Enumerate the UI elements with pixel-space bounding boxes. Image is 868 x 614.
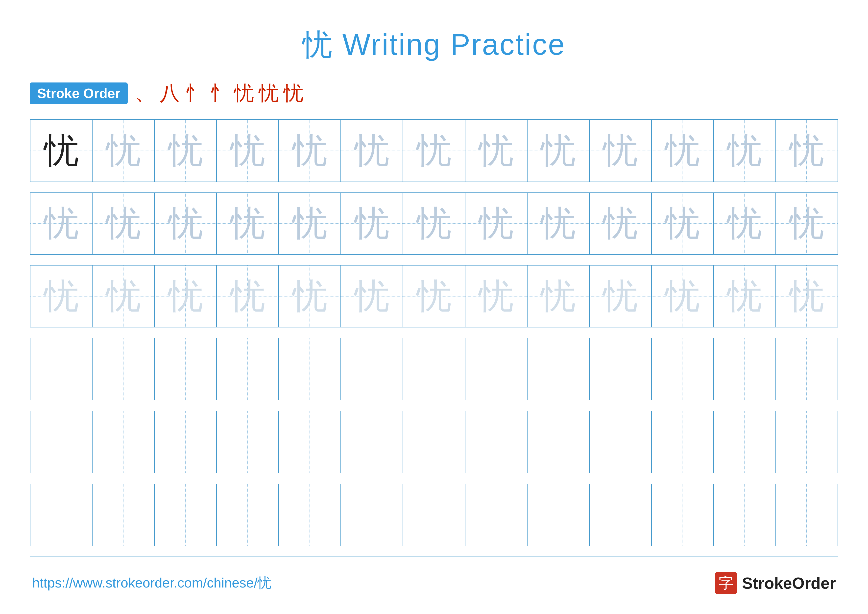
grid-cell-r5c3[interactable] xyxy=(154,411,217,473)
grid-cell-r4c7[interactable] xyxy=(403,338,465,400)
grid-cell-r6c2[interactable] xyxy=(92,484,154,546)
grid-cell-r4c2[interactable] xyxy=(92,338,154,400)
char-display: 忧 xyxy=(168,273,203,320)
grid-cell-r3c5[interactable]: 忧 xyxy=(279,265,341,328)
grid-cell-r3c13[interactable]: 忧 xyxy=(776,265,838,328)
grid-cell-r4c13[interactable] xyxy=(776,338,838,400)
grid-cell-r3c7[interactable]: 忧 xyxy=(403,265,465,328)
grid-cell-r5c12[interactable] xyxy=(714,411,776,473)
char-display: 忧 xyxy=(417,127,451,174)
grid-cell-r5c4[interactable] xyxy=(217,411,279,473)
grid-cell-r2c6[interactable]: 忧 xyxy=(341,193,403,255)
footer: https://www.strokeorder.com/chinese/忧 字 … xyxy=(30,572,838,594)
grid-cell-r5c8[interactable] xyxy=(465,411,527,473)
grid-cell-r2c1[interactable]: 忧 xyxy=(30,193,92,255)
char-display: 忧 xyxy=(727,273,762,320)
grid-cell-r4c3[interactable] xyxy=(154,338,217,400)
char-display: 忧 xyxy=(603,200,638,247)
grid-cell-r2c2[interactable]: 忧 xyxy=(92,193,154,255)
grid-cell-r5c10[interactable] xyxy=(589,411,651,473)
grid-cell-r1c9[interactable]: 忧 xyxy=(527,120,589,182)
grid-cell-r5c7[interactable] xyxy=(403,411,465,473)
grid-cell-r5c11[interactable] xyxy=(651,411,714,473)
grid-cell-r3c6[interactable]: 忧 xyxy=(341,265,403,328)
grid-cell-r6c3[interactable] xyxy=(154,484,217,546)
grid-cell-r1c12[interactable]: 忧 xyxy=(714,120,776,182)
char-display: 忧 xyxy=(417,200,451,247)
char-display: 忧 xyxy=(230,200,265,247)
grid-cell-r1c7[interactable]: 忧 xyxy=(403,120,465,182)
grid-cell-r6c11[interactable] xyxy=(651,484,714,546)
grid-cell-r3c3[interactable]: 忧 xyxy=(154,265,217,328)
grid-cell-r1c4[interactable]: 忧 xyxy=(217,120,279,182)
grid-cell-r6c7[interactable] xyxy=(403,484,465,546)
grid-cell-r4c4[interactable] xyxy=(217,338,279,400)
grid-cell-r1c13[interactable]: 忧 xyxy=(776,120,838,182)
grid-cell-r4c5[interactable] xyxy=(279,338,341,400)
char-display: 忧 xyxy=(541,273,575,320)
grid-cell-r1c10[interactable]: 忧 xyxy=(589,120,651,182)
grid-cell-r3c1[interactable]: 忧 xyxy=(30,265,92,328)
grid-cell-r2c11[interactable]: 忧 xyxy=(651,193,714,255)
grid-cell-r2c3[interactable]: 忧 xyxy=(154,193,217,255)
grid-cell-r5c2[interactable] xyxy=(92,411,154,473)
grid-cell-r1c6[interactable]: 忧 xyxy=(341,120,403,182)
grid-cell-r4c10[interactable] xyxy=(589,338,651,400)
grid-cell-r6c6[interactable] xyxy=(341,484,403,546)
grid-cell-r4c8[interactable] xyxy=(465,338,527,400)
grid-cell-r6c1[interactable] xyxy=(30,484,92,546)
footer-url[interactable]: https://www.strokeorder.com/chinese/忧 xyxy=(32,574,271,592)
stroke-7: 忧 xyxy=(284,80,303,107)
grid-cell-r1c1[interactable]: 忧 xyxy=(30,120,92,182)
grid-cell-r6c10[interactable] xyxy=(589,484,651,546)
grid-cell-r1c2[interactable]: 忧 xyxy=(92,120,154,182)
grid-cell-r5c6[interactable] xyxy=(341,411,403,473)
char-display: 忧 xyxy=(230,127,265,174)
char-display: 忧 xyxy=(168,127,203,174)
char-display: 忧 xyxy=(293,127,327,174)
grid-cell-r2c9[interactable]: 忧 xyxy=(527,193,589,255)
grid-cell-r2c8[interactable]: 忧 xyxy=(465,193,527,255)
grid-cell-r3c10[interactable]: 忧 xyxy=(589,265,651,328)
char-display: 忧 xyxy=(106,200,141,247)
grid-cell-r2c12[interactable]: 忧 xyxy=(714,193,776,255)
grid-cell-r6c12[interactable] xyxy=(714,484,776,546)
grid-cell-r6c9[interactable] xyxy=(527,484,589,546)
grid-cell-r2c4[interactable]: 忧 xyxy=(217,193,279,255)
grid-cell-r3c2[interactable]: 忧 xyxy=(92,265,154,328)
grid-cell-r5c1[interactable] xyxy=(30,411,92,473)
char-display: 忧 xyxy=(479,127,513,174)
grid-cell-r3c12[interactable]: 忧 xyxy=(714,265,776,328)
grid-cell-r5c13[interactable] xyxy=(776,411,838,473)
grid-cell-r1c11[interactable]: 忧 xyxy=(651,120,714,182)
grid-cell-r4c9[interactable] xyxy=(527,338,589,400)
grid-cell-r1c5[interactable]: 忧 xyxy=(279,120,341,182)
grid-cell-r6c13[interactable] xyxy=(776,484,838,546)
grid-cell-r3c11[interactable]: 忧 xyxy=(651,265,714,328)
grid-cell-r4c11[interactable] xyxy=(651,338,714,400)
grid-cell-r3c8[interactable]: 忧 xyxy=(465,265,527,328)
grid-cell-r3c9[interactable]: 忧 xyxy=(527,265,589,328)
grid-cell-r4c12[interactable] xyxy=(714,338,776,400)
grid-cell-r1c3[interactable]: 忧 xyxy=(154,120,217,182)
grid-cell-r6c4[interactable] xyxy=(217,484,279,546)
char-display: 忧 xyxy=(479,273,513,320)
char-display: 忧 xyxy=(417,273,451,320)
grid-cell-r5c5[interactable] xyxy=(279,411,341,473)
grid-cell-r6c8[interactable] xyxy=(465,484,527,546)
grid-cell-r1c8[interactable]: 忧 xyxy=(465,120,527,182)
title-english: Writing Practice xyxy=(333,28,566,61)
char-display: 忧 xyxy=(230,273,265,320)
grid-cell-r6c5[interactable] xyxy=(279,484,341,546)
char-display: 忧 xyxy=(44,200,79,247)
grid-cell-r3c4[interactable]: 忧 xyxy=(217,265,279,328)
grid-cell-r2c10[interactable]: 忧 xyxy=(589,193,651,255)
grid-cell-r4c1[interactable] xyxy=(30,338,92,400)
logo-name: StrokeOrder xyxy=(742,574,836,592)
grid-cell-r2c13[interactable]: 忧 xyxy=(776,193,838,255)
grid-cell-r2c5[interactable]: 忧 xyxy=(279,193,341,255)
grid-cell-r5c9[interactable] xyxy=(527,411,589,473)
grid-cell-r4c6[interactable] xyxy=(341,338,403,400)
char-display: 忧 xyxy=(541,200,575,247)
grid-cell-r2c7[interactable]: 忧 xyxy=(403,193,465,255)
